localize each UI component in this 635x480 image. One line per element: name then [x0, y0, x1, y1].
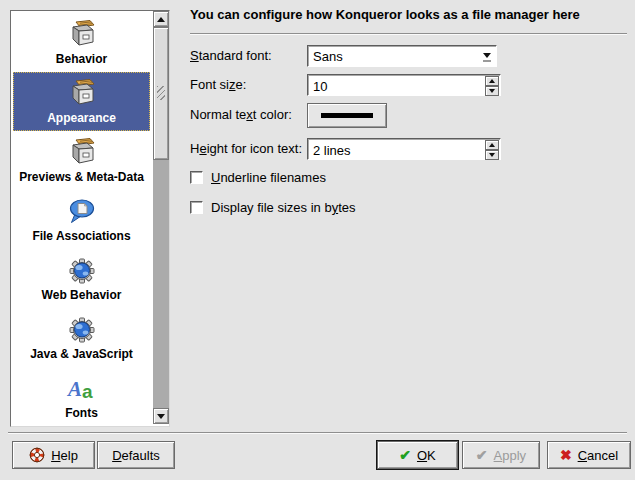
file-sizes-in-bytes-label: Display file sizes in bytes — [211, 200, 356, 215]
file-sizes-in-bytes-checkbox[interactable] — [190, 201, 203, 214]
apply-button-label: Apply — [494, 448, 527, 463]
konqueror-file-manager-appearance-dialog: Behavior Appearance — [0, 0, 635, 480]
underline-filenames-checkbox[interactable] — [190, 171, 203, 184]
sidebar-item-label: File Associations — [32, 229, 130, 243]
ok-button[interactable]: ✔ OK — [377, 441, 458, 469]
spin-down-button[interactable] — [485, 86, 499, 96]
sidebar-item-label: Appearance — [47, 111, 116, 125]
file-cabinet-icon — [66, 78, 98, 110]
sidebar-item-behavior[interactable]: Behavior — [13, 13, 150, 72]
icon-text-height-spin-buttons — [485, 140, 499, 160]
buttons-separator — [8, 432, 627, 434]
icon-text-height-label: Height for icon text: — [190, 138, 302, 160]
arrow-down-icon — [489, 153, 495, 157]
normal-text-color-label: Normal text color: — [190, 104, 292, 126]
file-sizes-in-bytes-row[interactable]: Display file sizes in bytes — [190, 200, 356, 215]
sidebar-item-previews-meta-data[interactable]: Previews & Meta-Data — [13, 131, 150, 190]
sidebar-item-java-javascript[interactable]: Java & JavaScript — [13, 308, 150, 367]
sidebar-item-label: Web Behavior — [42, 288, 122, 302]
spin-up-button[interactable] — [485, 76, 499, 86]
sidebar-item-appearance[interactable]: Appearance — [13, 72, 150, 131]
font-size-input[interactable] — [309, 76, 485, 96]
standard-font-combobox[interactable]: Sans — [307, 45, 497, 67]
gear-globe-icon — [66, 314, 98, 346]
gray-check-icon: ✔ — [476, 448, 488, 462]
spin-down-button[interactable] — [485, 150, 499, 160]
icon-text-height-input[interactable] — [309, 140, 485, 160]
life-buoy-icon — [29, 447, 45, 463]
color-swatch — [321, 113, 373, 118]
font-size-label: Font size: — [190, 74, 246, 96]
sidebar-item-fonts[interactable]: A a Fonts — [13, 367, 150, 426]
letters-aa-icon: A a — [66, 373, 98, 405]
green-check-icon: ✔ — [399, 448, 411, 462]
scroll-down-button[interactable] — [153, 408, 169, 424]
cancel-button-label: Cancel — [578, 448, 618, 463]
text-color-picker-button[interactable] — [307, 103, 387, 128]
underline-filenames-label: Underline filenames — [211, 170, 326, 185]
help-button-label: Help — [51, 448, 78, 463]
svg-text:a: a — [82, 381, 93, 402]
page-title: You can configure how Konqueror looks as… — [190, 7, 627, 22]
icon-text-height-spinbox — [307, 138, 501, 160]
svg-text:A: A — [66, 377, 82, 401]
font-size-spinbox — [307, 74, 501, 96]
defaults-button[interactable]: Defaults — [97, 441, 175, 469]
standard-font-label: Standard font: — [190, 45, 272, 67]
sidebar-item-label: Java & JavaScript — [30, 347, 133, 361]
arrow-up-icon — [489, 143, 495, 147]
arrow-up-icon — [157, 17, 165, 22]
underline-filenames-row[interactable]: Underline filenames — [190, 170, 326, 185]
gear-globe-icon — [66, 255, 98, 287]
arrow-up-icon — [489, 79, 495, 83]
scroll-up-button[interactable] — [153, 11, 169, 27]
sidebar-item-label: Behavior — [56, 52, 107, 66]
sidebar-item-label: Previews & Meta-Data — [19, 170, 144, 184]
file-cabinet-icon — [66, 19, 98, 51]
font-size-spin-buttons — [485, 76, 499, 96]
category-list-scrollbar[interactable] — [153, 11, 169, 424]
scrollbar-grip-icon — [157, 86, 165, 100]
sidebar-item-label: Fonts — [65, 406, 98, 420]
ok-button-label: OK — [417, 448, 436, 463]
red-cross-icon: ✖ — [560, 448, 572, 462]
standard-font-value: Sans — [313, 47, 343, 67]
file-cabinet-icon — [66, 137, 98, 169]
sidebar-item-web-behavior[interactable]: Web Behavior — [13, 249, 150, 308]
sidebar-item-file-associations[interactable]: File Associations — [13, 190, 150, 249]
apply-button[interactable]: ✔ Apply — [462, 441, 540, 469]
chevron-down-icon — [483, 53, 491, 62]
speech-bubble-document-icon — [66, 196, 98, 228]
cancel-button[interactable]: ✖ Cancel — [547, 441, 631, 469]
arrow-down-icon — [489, 89, 495, 93]
help-button[interactable]: Help — [12, 441, 95, 469]
settings-category-list: Behavior Appearance — [10, 10, 170, 427]
spin-up-button[interactable] — [485, 140, 499, 150]
scrollbar-thumb[interactable] — [153, 27, 169, 160]
arrow-down-icon — [157, 414, 165, 419]
defaults-button-label: Defaults — [112, 448, 160, 463]
title-separator — [190, 33, 627, 35]
